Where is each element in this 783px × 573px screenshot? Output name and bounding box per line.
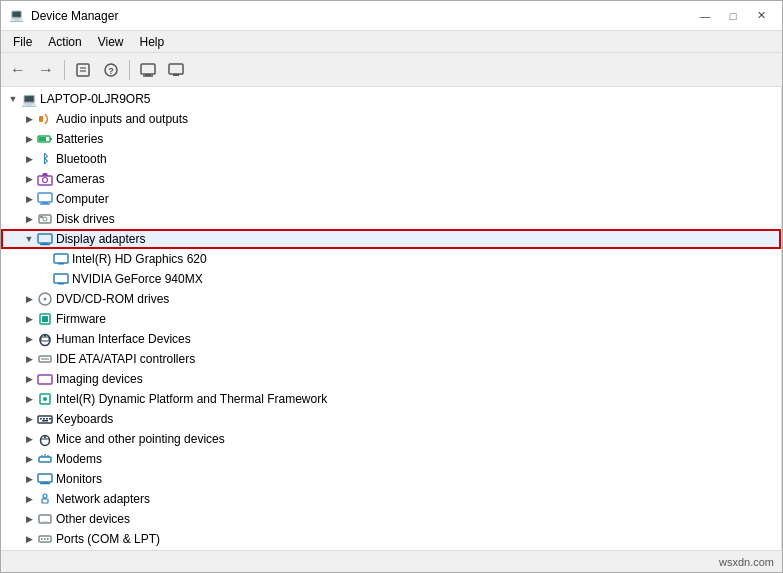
tree-item-root[interactable]: ▼ 💻 LAPTOP-0LJR9OR5 (1, 89, 781, 109)
close-button[interactable]: ✕ (748, 6, 774, 26)
expander-bluetooth[interactable]: ▶ (21, 151, 37, 167)
label-mice: Mice and other pointing devices (56, 432, 225, 446)
tree-item-disk[interactable]: ▶ Disk drives (1, 209, 781, 229)
svg-rect-28 (58, 283, 64, 285)
svg-rect-0 (77, 64, 89, 76)
monitor-button[interactable] (163, 57, 189, 83)
menu-file[interactable]: File (5, 33, 40, 51)
label-root: LAPTOP-0LJR9OR5 (40, 92, 151, 106)
svg-rect-10 (39, 116, 43, 122)
svg-rect-32 (42, 316, 48, 322)
svg-rect-46 (49, 418, 51, 420)
expander-hid[interactable]: ▶ (21, 331, 37, 347)
expander-mice[interactable]: ▶ (21, 431, 37, 447)
svg-rect-9 (173, 74, 179, 76)
expander-ports[interactable]: ▶ (21, 531, 37, 547)
svg-text:?: ? (108, 66, 114, 76)
tree-item-ports[interactable]: ▶ Ports (COM & LPT) (1, 529, 781, 549)
title-bar: 💻 Device Manager — □ ✕ (1, 1, 782, 31)
svg-point-59 (43, 494, 47, 498)
properties-button[interactable] (70, 57, 96, 83)
tree-item-modems[interactable]: ▶ Modems (1, 449, 781, 469)
expander-batteries[interactable]: ▶ (21, 131, 37, 147)
label-ports: Ports (COM & LPT) (56, 532, 160, 546)
expander-disk[interactable]: ▶ (21, 211, 37, 227)
tree-item-intel-dynamic[interactable]: ▶ Intel(R) Dynamic Platform and Thermal … (1, 389, 781, 409)
label-imaging: Imaging devices (56, 372, 143, 386)
expander-firmware[interactable]: ▶ (21, 311, 37, 327)
tree-item-mice[interactable]: ▶ Mice and other pointing devices (1, 429, 781, 449)
svg-rect-5 (141, 64, 155, 74)
icon-network (37, 491, 53, 507)
expander-network[interactable]: ▶ (21, 491, 37, 507)
icon-bluetooth: ᛒ (37, 151, 53, 167)
icon-imaging (37, 371, 53, 387)
label-intel-dynamic: Intel(R) Dynamic Platform and Thermal Fr… (56, 392, 327, 406)
tree-item-nvidia[interactable]: ▶ NVIDIA GeForce 940MX (1, 269, 781, 289)
maximize-button[interactable]: □ (720, 6, 746, 26)
tree-item-audio[interactable]: ▶ Audio inputs and outputs (1, 109, 781, 129)
expander-audio[interactable]: ▶ (21, 111, 37, 127)
expander-imaging[interactable]: ▶ (21, 371, 37, 387)
expander-cameras[interactable]: ▶ (21, 171, 37, 187)
tree-item-computer[interactable]: ▶ Computer (1, 189, 781, 209)
content-area: ▼ 💻 LAPTOP-0LJR9OR5 ▶ Audio inputs and o… (1, 87, 782, 550)
expander-monitors[interactable]: ▶ (21, 471, 37, 487)
tree-item-dvd[interactable]: ▶ DVD/CD-ROM drives (1, 289, 781, 309)
tree-item-hid[interactable]: ▶ Human Interface Devices (1, 329, 781, 349)
help-button[interactable]: ? (98, 57, 124, 83)
icon-dvd (37, 291, 53, 307)
tree-item-cameras[interactable]: ▶ Cameras (1, 169, 781, 189)
svg-rect-64 (41, 538, 43, 540)
label-hid: Human Interface Devices (56, 332, 191, 346)
svg-rect-66 (47, 538, 49, 540)
tree-item-keyboards[interactable]: ▶ Keyboards (1, 409, 781, 429)
expander-dvd[interactable]: ▶ (21, 291, 37, 307)
tree-item-monitors[interactable]: ▶ Monitors (1, 469, 781, 489)
tree-item-batteries[interactable]: ▶ Batteries (1, 129, 781, 149)
svg-rect-12 (50, 138, 52, 140)
menu-action[interactable]: Action (40, 33, 89, 51)
expander-other[interactable]: ▶ (21, 511, 37, 527)
tree-item-network[interactable]: ▶ Network adapters (1, 489, 781, 509)
tree-item-ide[interactable]: ▶ IDE ATA/ATAPI controllers (1, 349, 781, 369)
tree-item-intel-hd[interactable]: ▶ Intel(R) HD Graphics 620 (1, 249, 781, 269)
expander-root[interactable]: ▼ (5, 91, 21, 107)
label-cameras: Cameras (56, 172, 105, 186)
icon-computer: 💻 (21, 91, 37, 107)
svg-point-20 (43, 217, 47, 221)
icon-other: ... (37, 511, 53, 527)
expander-keyboards[interactable]: ▶ (21, 411, 37, 427)
svg-rect-44 (43, 418, 45, 420)
window-title: Device Manager (31, 9, 118, 23)
expander-ide[interactable]: ▶ (21, 351, 37, 367)
tree-item-bluetooth[interactable]: ▶ ᛒ Bluetooth (1, 149, 781, 169)
expander-intel-dynamic[interactable]: ▶ (21, 391, 37, 407)
svg-rect-8 (169, 64, 183, 74)
icon-ide (37, 351, 53, 367)
expander-display[interactable]: ▼ (21, 231, 37, 247)
tree-item-display[interactable]: ▼ Display adapters (1, 229, 781, 249)
menu-view[interactable]: View (90, 33, 132, 51)
svg-rect-16 (38, 193, 52, 202)
label-modems: Modems (56, 452, 102, 466)
menu-help[interactable]: Help (132, 33, 173, 51)
label-disk: Disk drives (56, 212, 115, 226)
tree-item-firmware[interactable]: ▶ Firmware (1, 309, 781, 329)
label-intel-hd: Intel(R) HD Graphics 620 (72, 252, 207, 266)
expander-modems[interactable]: ▶ (21, 451, 37, 467)
svg-rect-13 (39, 137, 46, 141)
device-tree[interactable]: ▼ 💻 LAPTOP-0LJR9OR5 ▶ Audio inputs and o… (1, 87, 782, 550)
label-nvidia: NVIDIA GeForce 940MX (72, 272, 203, 286)
tree-item-other[interactable]: ▶ ... Other devices (1, 509, 781, 529)
minimize-button[interactable]: — (692, 6, 718, 26)
svg-rect-27 (54, 274, 68, 283)
forward-button[interactable]: → (33, 57, 59, 83)
scan-button[interactable] (135, 57, 161, 83)
icon-nvidia (53, 271, 69, 287)
back-button[interactable]: ← (5, 57, 31, 83)
expander-computer[interactable]: ▶ (21, 191, 37, 207)
icon-intel-hd (53, 251, 69, 267)
svg-rect-45 (46, 418, 48, 420)
tree-item-imaging[interactable]: ▶ Imaging devices (1, 369, 781, 389)
